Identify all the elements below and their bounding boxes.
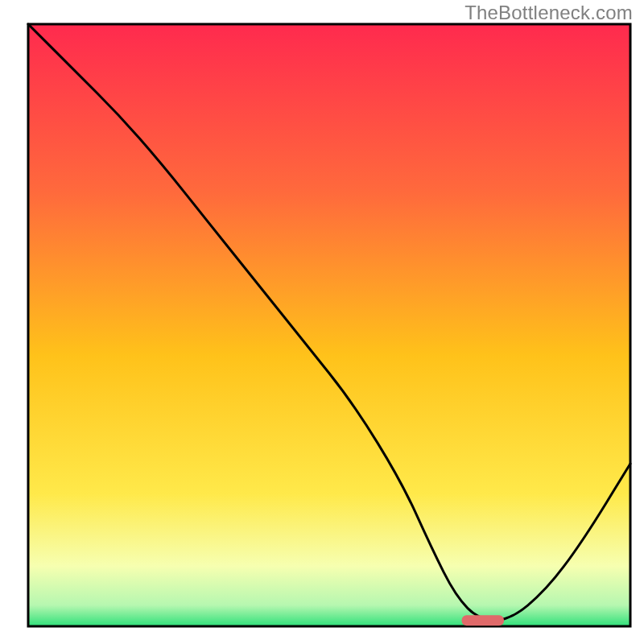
optimum-marker [462,615,504,625]
chart-stage: TheBottleneck.com [0,0,644,644]
bottleneck-chart [0,0,644,644]
watermark-text: TheBottleneck.com [464,2,633,24]
